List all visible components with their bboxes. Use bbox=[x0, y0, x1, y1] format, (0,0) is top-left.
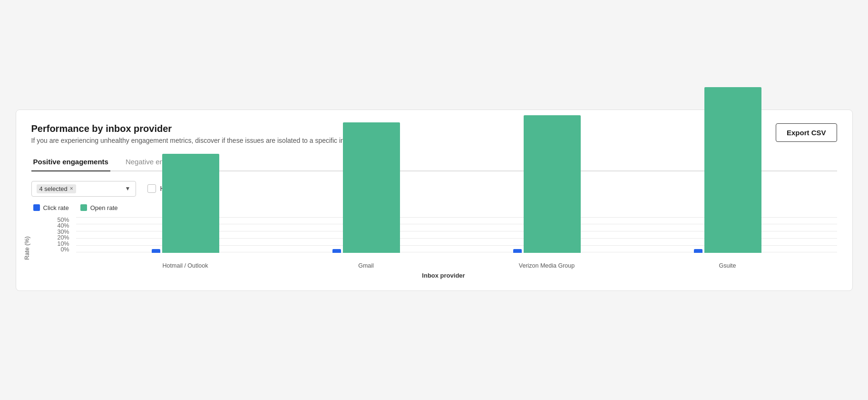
y-axis-label: 40% bbox=[57, 223, 69, 229]
y-axis-title: Rate (%) bbox=[23, 236, 30, 260]
click-rate-label: Click rate bbox=[43, 204, 69, 211]
chart-body: Hotmail / OutlookGmailVerizon Media Grou… bbox=[76, 217, 837, 270]
bars-container bbox=[499, 77, 595, 253]
open-rate-bar bbox=[524, 115, 581, 253]
dropdown-selected-text: 4 selected bbox=[39, 185, 68, 192]
click-rate-bar bbox=[332, 249, 341, 252]
bar-group bbox=[680, 77, 775, 253]
bar-group bbox=[499, 77, 595, 253]
click-rate-bar bbox=[694, 249, 702, 252]
open-rate-bar bbox=[343, 122, 400, 253]
open-rate-color-swatch bbox=[80, 204, 87, 211]
performance-card: Performance by inbox provider If you are… bbox=[16, 110, 853, 291]
legend-click-rate: Click rate bbox=[33, 204, 69, 211]
x-axis-title: Inbox provider bbox=[50, 272, 837, 279]
chart-area: 50%40%30%20%10%0% Hotmail / OutlookGmail… bbox=[50, 217, 837, 279]
dropdown-clear-icon[interactable]: × bbox=[70, 185, 73, 192]
click-rate-color-swatch bbox=[33, 204, 40, 211]
bars-container bbox=[680, 77, 775, 253]
x-labels: Hotmail / OutlookGmailVerizon Media Grou… bbox=[76, 253, 837, 270]
bars-row bbox=[76, 217, 837, 253]
inbox-provider-dropdown[interactable]: 4 selected × ▼ bbox=[31, 181, 136, 197]
click-rate-bar bbox=[513, 249, 522, 252]
y-axis: 50%40%30%20%10%0% bbox=[50, 217, 76, 270]
x-axis-label: Hotmail / Outlook bbox=[138, 262, 233, 269]
chevron-down-icon: ▼ bbox=[125, 185, 131, 192]
legend-open-rate: Open rate bbox=[80, 204, 118, 211]
y-axis-label: 0% bbox=[60, 247, 69, 253]
x-axis-label: Gmail bbox=[319, 262, 414, 269]
bars-container bbox=[138, 77, 233, 253]
bar-group bbox=[319, 77, 414, 253]
open-rate-label: Open rate bbox=[90, 204, 118, 211]
open-rate-bar bbox=[704, 87, 761, 253]
bars-container bbox=[319, 77, 414, 253]
chart-container: 50%40%30%20%10%0% Hotmail / OutlookGmail… bbox=[50, 217, 837, 270]
dropdown-selected-tag: 4 selected × bbox=[37, 184, 76, 193]
click-rate-bar bbox=[152, 249, 160, 252]
export-csv-button[interactable]: Export CSV bbox=[776, 123, 837, 142]
bar-group bbox=[138, 77, 233, 253]
y-axis-label: 20% bbox=[57, 235, 69, 241]
chart-wrapper: Rate (%) 50%40%30%20%10%0% Hotmail / Out… bbox=[31, 217, 837, 279]
x-axis-label: Gsuite bbox=[680, 262, 775, 269]
x-axis-label: Verizon Media Group bbox=[499, 262, 595, 269]
tab-positive-engagements[interactable]: Positive engagements bbox=[31, 153, 110, 171]
open-rate-bar bbox=[162, 154, 219, 252]
